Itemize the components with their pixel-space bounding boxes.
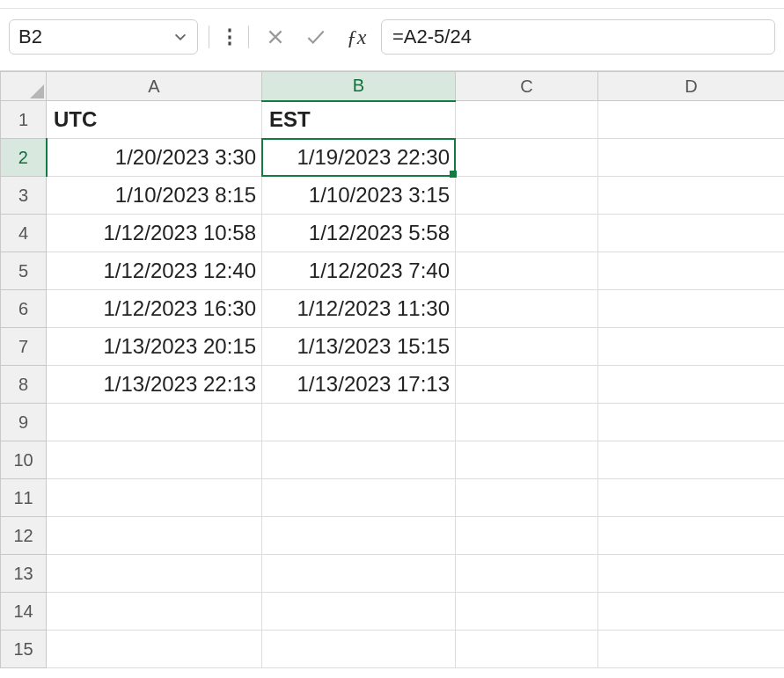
cell-A14[interactable] [47, 593, 262, 631]
cell-B13[interactable] [262, 555, 456, 593]
cell-C12[interactable] [456, 517, 598, 555]
name-box[interactable]: B2 [9, 19, 198, 55]
cell-A1[interactable]: UTC [47, 101, 262, 139]
cell-C10[interactable] [456, 441, 598, 479]
cell-A12[interactable] [47, 517, 262, 555]
cell-A11[interactable] [47, 479, 262, 517]
cell-D7[interactable] [598, 328, 785, 366]
cell-C15[interactable] [456, 631, 598, 668]
cell-A8[interactable]: 1/13/2023 22:13 [47, 366, 262, 404]
cell-C8[interactable] [456, 366, 598, 404]
insert-function-button[interactable]: ƒx [341, 21, 372, 53]
column-header-D[interactable]: D [598, 72, 785, 101]
table-row: 11 [1, 479, 785, 517]
cell-D11[interactable] [598, 479, 785, 517]
cell-C7[interactable] [456, 328, 598, 366]
table-row: 8 1/13/2023 22:13 1/13/2023 17:13 [1, 366, 785, 404]
table-row: 5 1/12/2023 12:40 1/12/2023 7:40 [1, 252, 785, 290]
row-header-9[interactable]: 9 [1, 404, 47, 441]
row-header-15[interactable]: 15 [1, 631, 47, 668]
enter-formula-button[interactable] [300, 21, 332, 53]
cell-A4[interactable]: 1/12/2023 10:58 [47, 215, 262, 252]
cell-D3[interactable] [598, 177, 785, 215]
cell-A15[interactable] [47, 631, 262, 668]
cell-C14[interactable] [456, 593, 598, 631]
cell-A13[interactable] [47, 555, 262, 593]
column-header-C[interactable]: C [456, 72, 598, 101]
table-row: 4 1/12/2023 10:58 1/12/2023 5:58 [1, 215, 785, 252]
cancel-formula-button[interactable] [260, 21, 291, 53]
cell-A9[interactable] [47, 404, 262, 441]
cell-A2[interactable]: 1/20/2023 3:30 [47, 139, 262, 177]
cell-C4[interactable] [456, 215, 598, 252]
more-options-icon[interactable] [220, 28, 238, 46]
row-header-3[interactable]: 3 [1, 177, 47, 215]
cell-C9[interactable] [456, 404, 598, 441]
cell-A3[interactable]: 1/10/2023 8:15 [47, 177, 262, 215]
fx-icon: ƒx [347, 26, 367, 49]
table-row: 9 [1, 404, 785, 441]
chevron-down-icon[interactable] [172, 29, 188, 45]
cell-B10[interactable] [262, 441, 456, 479]
cell-D13[interactable] [598, 555, 785, 593]
cell-A10[interactable] [47, 441, 262, 479]
cell-C1[interactable] [456, 101, 598, 139]
cell-D9[interactable] [598, 404, 785, 441]
cell-A6[interactable]: 1/12/2023 16:30 [47, 290, 262, 328]
row-header-10[interactable]: 10 [1, 441, 47, 479]
row-header-8[interactable]: 8 [1, 366, 47, 404]
row-header-11[interactable]: 11 [1, 479, 47, 517]
cell-B6[interactable]: 1/12/2023 11:30 [262, 290, 456, 328]
table-row: 3 1/10/2023 8:15 1/10/2023 3:15 [1, 177, 785, 215]
cell-A7[interactable]: 1/13/2023 20:15 [47, 328, 262, 366]
row-header-14[interactable]: 14 [1, 593, 47, 631]
cell-B5[interactable]: 1/12/2023 7:40 [262, 252, 456, 290]
cell-C2[interactable] [456, 139, 598, 177]
column-header-row: A B C D [1, 72, 785, 101]
column-header-A[interactable]: A [47, 72, 262, 101]
cell-D6[interactable] [598, 290, 785, 328]
cell-B9[interactable] [262, 404, 456, 441]
column-header-B[interactable]: B [262, 72, 456, 101]
cell-B2[interactable]: 1/19/2023 22:30 [262, 139, 456, 177]
cell-B12[interactable] [262, 517, 456, 555]
cell-B11[interactable] [262, 479, 456, 517]
cell-B7[interactable]: 1/13/2023 15:15 [262, 328, 456, 366]
cell-B8[interactable]: 1/13/2023 17:13 [262, 366, 456, 404]
row-header-2[interactable]: 2 [1, 139, 47, 177]
cell-D8[interactable] [598, 366, 785, 404]
cell-C3[interactable] [456, 177, 598, 215]
table-row: 10 [1, 441, 785, 479]
cell-D4[interactable] [598, 215, 785, 252]
cell-B4[interactable]: 1/12/2023 5:58 [262, 215, 456, 252]
cell-D10[interactable] [598, 441, 785, 479]
row-header-7[interactable]: 7 [1, 328, 47, 366]
cell-D12[interactable] [598, 517, 785, 555]
cell-D15[interactable] [598, 631, 785, 668]
cell-C11[interactable] [456, 479, 598, 517]
spreadsheet-grid[interactable]: A B C D 1 UTC EST 2 1/20/2023 [0, 70, 784, 668]
formula-input[interactable]: =A2-5/24 [381, 19, 775, 55]
cell-B14[interactable] [262, 593, 456, 631]
cell-D2[interactable] [598, 139, 785, 177]
row-header-13[interactable]: 13 [1, 555, 47, 593]
cell-D5[interactable] [598, 252, 785, 290]
row-header-1[interactable]: 1 [1, 101, 47, 139]
cell-C6[interactable] [456, 290, 598, 328]
x-icon [266, 27, 285, 47]
table-row: 14 [1, 593, 785, 631]
row-header-6[interactable]: 6 [1, 290, 47, 328]
cell-D1[interactable] [598, 101, 785, 139]
cell-B1[interactable]: EST [262, 101, 456, 139]
row-header-4[interactable]: 4 [1, 215, 47, 252]
row-header-5[interactable]: 5 [1, 252, 47, 290]
cell-C5[interactable] [456, 252, 598, 290]
cell-C13[interactable] [456, 555, 598, 593]
cell-B15[interactable] [262, 631, 456, 668]
select-all-corner[interactable] [1, 72, 47, 101]
cell-B3[interactable]: 1/10/2023 3:15 [262, 177, 456, 215]
row-header-12[interactable]: 12 [1, 517, 47, 555]
cell-A5[interactable]: 1/12/2023 12:40 [47, 252, 262, 290]
formula-value: =A2-5/24 [392, 26, 472, 48]
cell-D14[interactable] [598, 593, 785, 631]
